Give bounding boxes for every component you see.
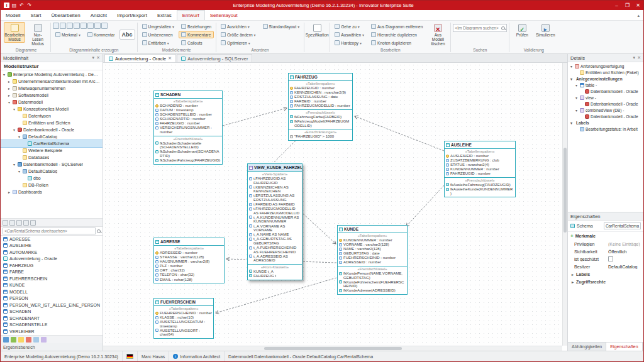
list-item[interactable]: AUTOMARKE [1, 249, 103, 256]
property-row[interactable]: Sichtbarkeit Öffentlich [568, 248, 643, 255]
hardcopy-button[interactable]: Hardcopy [332, 39, 367, 47]
connection-AUSLEIHE-FAHRZEUG[interactable] [355, 116, 444, 151]
hierarchie-duplizieren-button[interactable]: Hierarchie duplizieren [369, 31, 425, 38]
property-value[interactable] [608, 256, 641, 261]
expander-icon[interactable] [7, 190, 11, 194]
list-item[interactable]: SCHADEN [1, 309, 103, 315]
tree-item[interactable]: CarRentalSchema [1, 140, 103, 147]
details-item[interactable]: Datenbankmodell - Oracle [568, 113, 643, 119]
list-item[interactable]: AUSLEIHE [1, 243, 103, 250]
list-item[interactable]: MODELL [1, 288, 103, 295]
expander-icon[interactable] [17, 134, 21, 139]
entity-row[interactable]: SCHADENARTID : number [154, 117, 222, 121]
tree-item[interactable]: DB-Rollen [1, 182, 103, 189]
pin-icon[interactable]: ▾ [633, 55, 636, 60]
diagram-tool-icon[interactable] [80, 23, 87, 29]
diagram-tool-icon[interactable] [67, 23, 73, 29]
horizontal-scrollbar[interactable] [103, 346, 562, 351]
entity-row[interactable]: fkKundeFührerschein(FUEHRERSCHEINID) [338, 280, 407, 288]
list-item[interactable]: FARBE [1, 269, 103, 276]
menu-tab[interactable]: Entwurf [177, 10, 205, 20]
undo-icon[interactable]: ↶ [19, 3, 25, 8]
close-tab-icon[interactable]: ✕ [168, 56, 172, 61]
entity-header[interactable]: SCHADEN [154, 91, 222, 98]
details-item[interactable]: Anlegevoreinstellungen [568, 75, 643, 82]
list-item[interactable]: VERLEIHER [1, 328, 103, 335]
list-toolbar-icon[interactable] [23, 220, 29, 226]
entity-AUSLEIHE[interactable]: AUSLEIHE«Tabellenspalten»AUSLEIHEID : nu… [444, 141, 516, 197]
entity-row[interactable]: DATUM : timestamp [154, 108, 222, 112]
maximize-icon[interactable] [622, 3, 633, 8]
property-section[interactable]: Zugriffsrechte [568, 278, 643, 285]
expander-icon[interactable] [7, 79, 11, 84]
spezifikation-button[interactable]: Spezifikation [306, 22, 328, 38]
entity-row[interactable]: KUNDE t_A [248, 270, 302, 274]
tree-item[interactable]: Dashboards [1, 189, 103, 195]
tree-item[interactable]: Entitäten und Sichten [1, 119, 103, 126]
entity-row[interactable]: t_A.NAME AS NAME [248, 233, 302, 237]
list-item[interactable]: KUNDE [1, 282, 103, 289]
diagram-tool-icon[interactable] [101, 23, 108, 29]
gehe-zu-button[interactable]: Gehe zu [332, 23, 367, 30]
list-item[interactable]: PERSON [1, 295, 103, 302]
list-toolbar-icon[interactable] [16, 220, 22, 226]
entity-row[interactable]: fkAusleiheFahrzeug(FAHRZEUGID) [445, 183, 515, 187]
details-item[interactable]: table - [568, 82, 643, 88]
entity-VIEW_KUNDE_FAHRZEUG[interactable]: VIEW_KUNDE_FAHRZEUG«View-Spalten»t.FAHRZ… [247, 163, 303, 280]
details-item[interactable]: Datenbankmodell - Oracle [568, 88, 643, 94]
entity-row[interactable]: STATUS : nvarchar2(4) [445, 163, 515, 167]
entity-row[interactable]: fkSchadenSchadenart(SCHADENARTID) [154, 150, 222, 158]
menu-tab[interactable]: Überarbeiten [46, 10, 85, 20]
entity-row[interactable]: fkFahrzeugFarbe(FARBEID) [289, 115, 352, 119]
tree-item[interactable]: Mietwagenunternehmen [1, 85, 103, 92]
list-item[interactable]: SCHADENART [1, 315, 103, 322]
entity-row[interactable]: t_A.GEBURTSTAG AS GEBURTSTAG [248, 237, 302, 245]
scrollbar-thumb[interactable] [564, 148, 567, 233]
close-panel-icon[interactable]: ✕ [637, 55, 641, 60]
tree-item[interactable]: Konzeptionelles Modell [1, 106, 103, 112]
diagram-tool-icon[interactable] [60, 23, 66, 29]
redo-icon[interactable]: ↷ [26, 3, 32, 8]
tree-item[interactable]: Softwaremodell [1, 92, 103, 99]
property-value[interactable]: DefaultCatalog [608, 265, 641, 269]
entity-row[interactable]: ORT : char(32) [154, 268, 224, 273]
entity-row[interactable]: VORNAME : varchar2(128) [338, 243, 407, 247]
properties-tab[interactable]: Abhängigkeiten [568, 343, 606, 351]
entity-row[interactable]: fkSchadenSchadenstelle (SCHADENSTELLEID) [154, 141, 222, 150]
entity-row[interactable]: t.KENNZEICHEN AS KENNZEICHEN [248, 185, 302, 194]
schema-search-input[interactable] [3, 228, 96, 234]
entity-row[interactable]: KUNDENNUMMER : number [445, 167, 515, 172]
entity-SCHADEN[interactable]: SCHADEN«Tabellenspalten»SCHADENID : numb… [153, 90, 223, 165]
entity-row[interactable]: VERSICHERUNGSNUMMER : number [154, 126, 222, 134]
close-icon[interactable] [633, 3, 643, 8]
properties-tab[interactable]: Eigenschaften [606, 343, 642, 351]
entity-row[interactable]: PLZ : number [154, 264, 224, 268]
entity-row[interactable]: ERSTZULASSUNG : date [289, 95, 352, 99]
details-item[interactable]: Labels [568, 119, 643, 126]
menu-tab[interactable]: Seitenlayout [205, 10, 243, 20]
minimize-icon[interactable] [611, 3, 622, 8]
entity-row[interactable]: KLASSE : nchar(10) [154, 315, 213, 320]
tree-item[interactable]: DefaultCatalog [1, 168, 103, 175]
simulieren-button[interactable]: Simulieren [535, 22, 556, 38]
tasks-icon[interactable] [41, 337, 47, 343]
schema-value-field[interactable]: CarRentalSchema [604, 222, 641, 229]
entity-FUEHRERSCHEIN[interactable]: FUEHRERSCHEIN«Tabellenspalten»FUEHRERSCH… [153, 298, 214, 339]
expander-icon[interactable] [17, 169, 21, 173]
collapse-ribbon-icon[interactable] [637, 13, 640, 18]
tree-item[interactable]: Datenbankmodell - SQLServer [1, 161, 103, 168]
property-section[interactable]: Labels [568, 270, 643, 278]
menu-tab[interactable]: Import/Export [112, 10, 152, 20]
entity-row[interactable]: EMAIL : nchar(128) [154, 278, 224, 282]
list-item[interactable]: ADRESSE [1, 236, 103, 243]
errors-icon[interactable] [26, 337, 31, 343]
expander-icon[interactable] [12, 128, 16, 132]
expander-icon[interactable] [2, 72, 6, 77]
standardlayout-button[interactable]: Standardlayout [260, 23, 303, 30]
entity-row[interactable]: t_A.ADRESSEID AS ADRESSEID [248, 255, 302, 263]
readonly-mode-button[interactable]: Nur-Lesen Modus [27, 22, 48, 47]
property-row[interactable]: Privilegien (Keine Einträge) [568, 240, 643, 248]
entity-row[interactable]: AUSSTELLUNGSORT : char(64) [154, 329, 213, 337]
expander-icon[interactable] [569, 77, 574, 81]
entity-row[interactable]: FARBEID : number [289, 99, 352, 104]
